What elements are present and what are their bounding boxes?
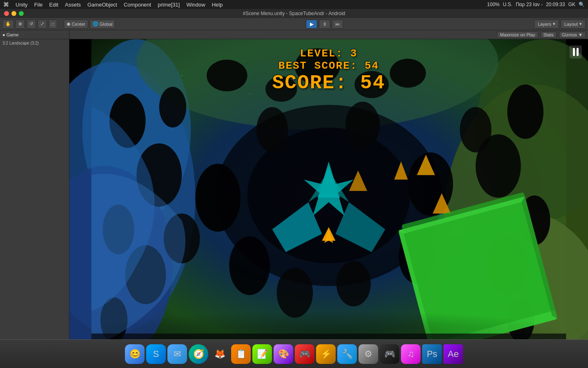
dock-mail[interactable]: ✉ [167, 344, 187, 364]
traffic-lights [4, 11, 24, 16]
unity-menu[interactable]: Unity [16, 2, 28, 8]
pivot-label: Center [72, 22, 85, 27]
dock-photoshop[interactable]: Ps [422, 344, 442, 364]
game-area: Maximize on Play Stats Gizmos ▼ [69, 30, 588, 359]
step-button[interactable]: ⏭ [332, 20, 343, 29]
coords-icon: 🌐 [93, 21, 98, 27]
pause-button[interactable]: ⏸ [319, 20, 330, 29]
help-menu[interactable]: Help [212, 2, 223, 8]
play-button[interactable]: ▶ [306, 20, 317, 29]
svg-point-32 [354, 71, 389, 98]
svg-point-42 [336, 261, 371, 307]
svg-point-22 [507, 85, 543, 139]
dock-app4[interactable]: 🎮 [295, 344, 314, 364]
move-tool[interactable]: ⊕ [16, 20, 25, 29]
svg-point-28 [207, 60, 247, 92]
menubar-right: 100% U.S. Παρ 23 Ιαν - 20:09:33 GK 🔍 [487, 2, 585, 7]
dock-app7[interactable]: ⚙ [359, 344, 378, 364]
left-panel: ● Game 3:2 Landscape (3:2) [0, 30, 69, 359]
svg-point-39 [256, 107, 288, 153]
locale-indicator: U.S. [503, 2, 512, 7]
svg-point-40 [345, 102, 380, 149]
resolution-label: 3:2 Landscape (3:2) [2, 41, 39, 45]
file-menu[interactable]: File [34, 2, 43, 8]
toolbar-right: Layers ▾ Layout ▾ [534, 20, 586, 29]
pause-bar-left [573, 48, 575, 56]
dock-finder[interactable]: 😊 [125, 344, 145, 364]
dock-app5[interactable]: ⚡ [316, 344, 336, 364]
svg-point-20 [159, 87, 186, 128]
dock-app3[interactable]: 🎨 [274, 344, 293, 364]
svg-point-41 [277, 268, 313, 318]
svg-point-31 [265, 76, 297, 102]
dock-safari[interactable]: 🧭 [189, 344, 208, 364]
game-options-bar: Maximize on Play Stats Gizmos ▼ [69, 30, 588, 39]
dock-app1[interactable]: 📋 [231, 344, 251, 364]
dock-skype[interactable]: S [146, 344, 166, 364]
window-menu[interactable]: Window [186, 2, 205, 8]
maximize-on-play-button[interactable]: Maximize on Play [497, 31, 538, 38]
layout-chevron-icon: ▾ [579, 21, 582, 27]
stats-button[interactable]: Stats [541, 31, 557, 38]
dock-unity[interactable]: 🎮 [380, 344, 399, 364]
layout-label: Layout [564, 22, 578, 27]
game-options-right: Maximize on Play Stats Gizmos ▼ [497, 31, 586, 38]
main-area: ● Game 3:2 Landscape (3:2) Maximize on P… [0, 30, 588, 359]
coords-dropdown[interactable]: 🌐 Global [90, 20, 116, 29]
menubar: ⌘ Unity File Edit Assets GameObject Comp… [0, 0, 588, 9]
window-title: #Scene Menu.unity - SpaceTubeAndr - Andr… [243, 11, 345, 16]
layout-dropdown[interactable]: Layout ▾ [561, 20, 586, 29]
edit-menu[interactable]: Edit [49, 2, 58, 8]
pause-bar-right [577, 48, 579, 56]
layers-dropdown[interactable]: Layers ▾ [534, 20, 559, 29]
time-display: 20:09:33 [546, 2, 565, 7]
game-canvas [69, 39, 588, 352]
dock: 😊 S ✉ 🧭 🦊 📋 📝 🎨 🎮 ⚡ 🔧 ⚙ 🎮 ♫ Ps Ae [0, 339, 588, 368]
apple-menu[interactable]: ⌘ [3, 1, 9, 8]
maximize-button[interactable] [19, 11, 24, 16]
hand-tool[interactable]: ✋ [2, 20, 14, 29]
dock-itunes[interactable]: ♫ [401, 344, 421, 364]
playback-controls: ▶ ⏸ ⏭ [117, 20, 532, 29]
titlebar: #Scene Menu.unity - SpaceTubeAndr - Andr… [0, 9, 588, 18]
scene-tab-label: ● Game [2, 32, 19, 37]
gizmos-button[interactable]: Gizmos ▼ [559, 31, 586, 38]
user-initials: GK [568, 2, 575, 7]
rect-tool[interactable]: □ [49, 20, 57, 29]
svg-point-29 [295, 48, 340, 85]
dock-firefox[interactable]: 🦊 [210, 344, 229, 364]
assets-menu[interactable]: Assets [65, 2, 81, 8]
date-display: Παρ 23 Ιαν - [516, 2, 543, 7]
component-menu[interactable]: Component [124, 2, 151, 8]
pivot-icon: ◉ [67, 21, 71, 27]
layers-label: Layers [538, 22, 551, 27]
close-button[interactable] [4, 11, 9, 16]
layers-chevron-icon: ▾ [553, 21, 555, 27]
game-viewport[interactable]: LEVEL: 3 BEST SCORE: 54 SCORE: 54 [69, 39, 588, 352]
dock-app6[interactable]: 🔧 [337, 344, 357, 364]
unity-toolbar: ✋ ⊕ ↺ ⤢ □ ◉ Center 🌐 Global ▶ ⏸ ⏭ Layers… [0, 18, 588, 30]
prime31-menu[interactable]: prime[31] [158, 2, 180, 8]
minimize-button[interactable] [11, 11, 16, 16]
svg-point-27 [460, 107, 492, 153]
coords-label: Global [100, 22, 113, 27]
gameobject-menu[interactable]: GameObject [87, 2, 117, 8]
scale-tool[interactable]: ⤢ [38, 20, 47, 29]
pivot-dropdown[interactable]: ◉ Center [64, 20, 88, 29]
svg-point-30 [390, 59, 426, 88]
pause-button-overlay[interactable] [570, 45, 582, 58]
battery-status: 100% [487, 2, 500, 7]
dock-aftereffects[interactable]: Ae [443, 344, 463, 364]
dock-app2[interactable]: 📝 [252, 344, 272, 364]
search-icon[interactable]: 🔍 [579, 2, 585, 7]
rotate-tool[interactable]: ↺ [27, 20, 36, 29]
